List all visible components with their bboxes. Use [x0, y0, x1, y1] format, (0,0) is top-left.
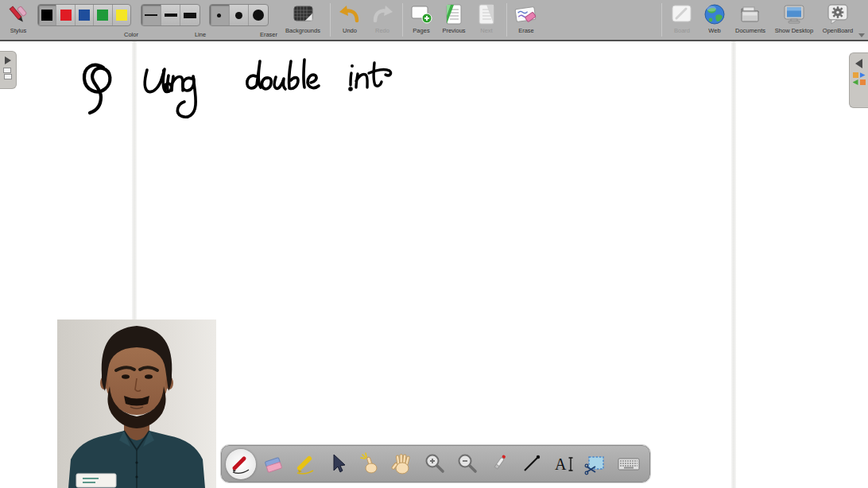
eraser-icon [261, 451, 286, 477]
toolbar-separator [661, 3, 662, 37]
openboard-gear-icon [824, 2, 851, 26]
svg-text:A: A [555, 455, 567, 473]
zoom-in-icon [422, 451, 448, 477]
page-thumbnails-icon [3, 68, 13, 80]
menu-caret-icon[interactable] [858, 33, 865, 37]
right-panel-tab[interactable] [849, 52, 868, 108]
tool-capture[interactable] [581, 449, 611, 479]
selector-arrow-icon [325, 451, 351, 477]
highlighter-icon [293, 451, 318, 477]
pointing-hand-icon [358, 451, 383, 477]
keyboard-icon [616, 451, 641, 477]
documents-folder-icon [737, 2, 764, 26]
board-button[interactable]: Board [665, 2, 699, 39]
tool-highlighter[interactable] [290, 449, 320, 479]
toolbar-separator [506, 3, 507, 37]
show-desktop-icon [781, 2, 808, 26]
openboard-window: Stylus Color Line Eraser [0, 0, 868, 488]
pages-label: Pages [405, 27, 437, 34]
backgrounds-label: Backgrounds [280, 27, 326, 34]
undo-icon [337, 2, 362, 26]
openboard-menu-button[interactable]: OpenBoard [817, 2, 858, 39]
floating-tool-palette: A [221, 445, 650, 482]
color-group-labelwrap: Color [37, 2, 131, 39]
tool-laser-pointer[interactable] [484, 449, 514, 479]
tool-zoom-in[interactable] [420, 449, 450, 479]
undo-label: Undo [334, 27, 366, 34]
web-label: Web [699, 27, 730, 34]
previous-icon [441, 2, 467, 26]
pages-button[interactable]: Pages [405, 2, 437, 39]
line-group-labelwrap: Line [141, 2, 200, 39]
backgrounds-icon [289, 2, 316, 26]
page-margin-line-right [731, 41, 736, 488]
erase-button[interactable]: Erase [510, 2, 543, 39]
stylus-icon [5, 2, 32, 26]
stylus-button[interactable]: Stylus [2, 2, 35, 39]
erase-label: Erase [510, 27, 543, 34]
tool-selector[interactable] [323, 449, 353, 479]
undo-button[interactable]: Undo [334, 2, 366, 39]
line-icon [519, 451, 544, 477]
openboard-label: OpenBoard [817, 27, 858, 34]
tool-zoom-out[interactable] [452, 449, 482, 479]
tool-keyboard[interactable] [614, 449, 644, 479]
previous-button[interactable]: Previous [438, 2, 470, 39]
next-label: Next [471, 27, 502, 34]
erase-page-icon [513, 2, 540, 26]
expand-right-icon [5, 56, 11, 64]
show-desktop-button[interactable]: Show Desktop [769, 2, 819, 39]
toolbar-separator [402, 3, 403, 37]
next-icon [474, 2, 499, 26]
previous-label: Previous [438, 27, 470, 34]
board-label: Board [665, 27, 699, 34]
show-desktop-label: Show Desktop [769, 27, 819, 34]
tool-text[interactable]: A [549, 449, 579, 479]
stylus-label: Stylus [2, 27, 35, 34]
next-button[interactable]: Next [471, 2, 502, 39]
tool-pen[interactable] [226, 449, 256, 479]
documents-button[interactable]: Documents [730, 2, 771, 39]
board-icon [668, 2, 696, 26]
pages-icon [409, 2, 434, 26]
tool-eraser[interactable] [258, 449, 289, 479]
backgrounds-button[interactable]: Backgrounds [280, 2, 326, 39]
web-button[interactable]: Web [699, 2, 730, 39]
hand-icon [389, 451, 415, 477]
left-panel-tab[interactable] [0, 51, 17, 89]
redo-icon [370, 2, 395, 26]
laser-pointer-icon [486, 451, 512, 477]
tool-line[interactable] [517, 449, 547, 479]
eraser-group-labelwrap: Eraser [209, 2, 269, 39]
library-icon [853, 72, 866, 85]
toolbar-separator [330, 3, 331, 37]
top-toolbar: Stylus Color Line Eraser [0, 0, 868, 41]
capture-icon [583, 451, 609, 477]
text-icon: A [552, 451, 577, 477]
presenter-webcam [57, 320, 216, 488]
name-tag [76, 474, 116, 487]
web-globe-icon [702, 2, 727, 26]
documents-label: Documents [730, 27, 771, 34]
tool-hand[interactable] [387, 449, 417, 479]
pen-icon [228, 451, 254, 477]
expand-left-icon [855, 59, 862, 68]
redo-label: Redo [366, 27, 398, 34]
zoom-out-icon [455, 451, 480, 477]
tool-interact[interactable] [355, 449, 386, 479]
redo-button[interactable]: Redo [366, 2, 398, 39]
